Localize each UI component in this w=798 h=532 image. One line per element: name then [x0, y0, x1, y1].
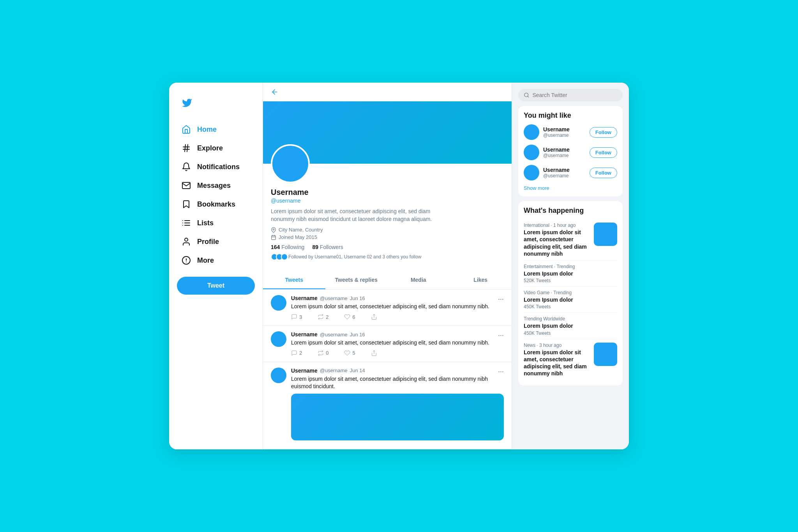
suggest-handle: @username	[543, 153, 586, 158]
sidebar-item-explore-label: Explore	[197, 144, 223, 152]
tab-tweets-replies[interactable]: Tweets & replies	[325, 271, 388, 289]
search-input[interactable]	[533, 92, 618, 98]
happening-title: Lorem ipsum dolor sit amet, consectetuer…	[524, 349, 590, 377]
followed-avatars	[271, 253, 286, 260]
happening-count: 450K Tweets	[524, 331, 617, 336]
table-row: Username @username Jun 16 Lorem ipsum do…	[263, 326, 512, 362]
like-action[interactable]: 5	[344, 350, 355, 356]
you-might-like-title: You might like	[524, 111, 617, 120]
tweet-username: Username	[291, 368, 318, 374]
suggest-name: Username	[543, 147, 586, 153]
tweet-date: Jun 16	[350, 332, 365, 338]
tweet-date: Jun 16	[350, 295, 365, 301]
follow-button-1[interactable]: Follow	[590, 147, 617, 158]
tweet-header: Username @username Jun 16	[291, 295, 504, 301]
follow-button-0[interactable]: Follow	[590, 127, 617, 138]
suggest-name: Username	[543, 126, 586, 133]
tweet-avatar	[271, 331, 286, 347]
sidebar-item-more[interactable]: More	[177, 252, 255, 269]
tweet-avatar	[271, 368, 286, 383]
tweet-handle: @username	[320, 368, 348, 373]
person-icon	[182, 237, 191, 246]
svg-rect-16	[272, 235, 276, 240]
retweet-action[interactable]: 2	[318, 314, 328, 320]
happening-meta: Entertainment · Trending	[524, 264, 617, 269]
happening-count: 520K Tweets	[524, 278, 617, 283]
suggest-handle: @username	[543, 173, 586, 179]
happening-info: Video Game · Trending Lorem Ipsum dolor …	[524, 290, 617, 309]
sidebar-item-home[interactable]: Home	[177, 121, 255, 138]
sidebar-item-notifications[interactable]: Notifications	[177, 158, 255, 175]
tweet-more-button[interactable]: ···	[498, 295, 504, 303]
like-action[interactable]: 6	[344, 314, 355, 320]
happening-thumbnail	[594, 223, 617, 246]
happening-title: Lorem Ipsum dolor	[524, 322, 617, 329]
tweet-handle: @username	[320, 332, 348, 338]
tweet-button[interactable]: Tweet	[177, 277, 255, 295]
happening-meta: Video Game · Trending	[524, 290, 617, 295]
svg-line-2	[185, 145, 185, 152]
tweet-text: Lorem ipsum dolor sit amet, consectetuer…	[291, 303, 504, 311]
sidebar: Home Explore Notifications	[169, 83, 263, 449]
tweet-text: Lorem ipsum dolor sit amet, consectetuer…	[291, 375, 504, 391]
suggest-avatar	[524, 124, 539, 140]
sidebar-item-profile[interactable]: Profile	[177, 233, 255, 250]
happening-meta: News · 3 hour ago	[524, 343, 590, 348]
tab-tweets[interactable]: Tweets	[263, 271, 325, 289]
tweet-body: Username @username Jun 14 Lorem ipsum do…	[291, 368, 504, 444]
tab-media[interactable]: Media	[387, 271, 450, 289]
profile-meta: City Name, Country Joined May 2015	[271, 227, 504, 240]
list-item: Entertainment · Trending Lorem Ipsum dol…	[524, 261, 617, 287]
profile-bio: Lorem ipsum dolor sit amet, consectetuer…	[271, 208, 504, 223]
sidebar-item-lists[interactable]: Lists	[177, 214, 255, 232]
tweet-handle: @username	[320, 295, 348, 301]
tweet-more-button[interactable]: ···	[498, 331, 504, 339]
retweet-action[interactable]: 0	[318, 350, 328, 356]
followers-stat[interactable]: 89 Followers	[312, 244, 343, 250]
suggest-info: Username @username	[543, 147, 586, 158]
back-button[interactable]	[263, 83, 512, 101]
profile-username: Username	[271, 188, 504, 197]
comment-action[interactable]: 2	[291, 350, 302, 356]
tweet-username: Username	[291, 295, 318, 301]
suggest-avatar	[524, 145, 539, 160]
search-box	[518, 89, 623, 101]
happening-title: Lorem Ipsum dolor	[524, 270, 617, 277]
followed-by: Followed by Username01, Username 02 and …	[271, 253, 504, 260]
happening-info: News · 3 hour ago Lorem ipsum dolor sit …	[524, 343, 590, 377]
sidebar-item-bookmarks-label: Bookmarks	[197, 200, 235, 209]
sidebar-item-messages[interactable]: Messages	[177, 177, 255, 194]
tweet-text: Lorem ipsum dolor sit amet, consectetuer…	[291, 339, 504, 347]
hashtag-icon	[182, 143, 191, 153]
home-icon	[182, 125, 191, 134]
whats-happening-title: What's happening	[524, 207, 617, 215]
follow-button-2[interactable]: Follow	[590, 168, 617, 178]
sidebar-item-bookmarks[interactable]: Bookmarks	[177, 196, 255, 213]
suggest-avatar	[524, 165, 539, 180]
sidebar-item-profile-label: Profile	[197, 238, 219, 246]
show-more-link[interactable]: Show more	[524, 185, 617, 191]
svg-point-10	[185, 238, 188, 241]
tweet-actions: 3 2 6	[291, 314, 504, 320]
tweet-header: Username @username Jun 16	[291, 331, 504, 338]
bell-icon	[182, 162, 191, 171]
suggest-item-0: Username @username Follow	[524, 124, 617, 140]
share-action[interactable]	[371, 314, 377, 320]
comment-action[interactable]: 3	[291, 314, 302, 320]
list-item: News · 3 hour ago Lorem ipsum dolor sit …	[524, 339, 617, 380]
list-item: International · 1 hour ago Lorem ipsum d…	[524, 219, 617, 261]
suggest-name: Username	[543, 167, 586, 173]
mail-icon	[182, 181, 191, 190]
svg-line-3	[187, 145, 188, 152]
tweet-more-button[interactable]: ···	[498, 368, 504, 376]
sidebar-item-explore[interactable]: Explore	[177, 140, 255, 157]
more-icon	[182, 256, 191, 265]
suggest-item-2: Username @username Follow	[524, 165, 617, 180]
bookmark-icon	[182, 200, 191, 209]
share-action[interactable]	[371, 350, 377, 356]
suggest-info: Username @username	[543, 126, 586, 138]
tab-likes[interactable]: Likes	[450, 271, 512, 289]
following-stat[interactable]: 164 Following	[271, 244, 304, 250]
happening-info: International · 1 hour ago Lorem ipsum d…	[524, 223, 590, 257]
table-row: Username @username Jun 16 Lorem ipsum do…	[263, 290, 512, 326]
